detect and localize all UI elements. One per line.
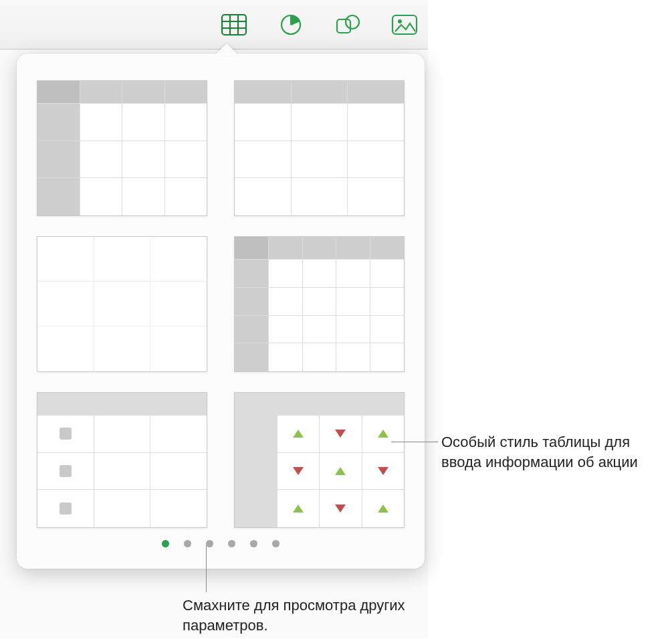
svg-rect-8 bbox=[337, 19, 350, 33]
table-style-checkbox-rows[interactable] bbox=[37, 392, 207, 528]
table-style-header-row-and-col[interactable] bbox=[37, 80, 207, 216]
toolbar-chart-button[interactable] bbox=[272, 6, 309, 43]
svg-rect-0 bbox=[222, 15, 246, 35]
shape-icon bbox=[335, 13, 360, 36]
triangle-up-icon bbox=[293, 505, 304, 513]
pagination-dot[interactable] bbox=[250, 540, 257, 547]
checkbox-icon bbox=[60, 428, 72, 440]
table-style-stock-indicators[interactable] bbox=[234, 392, 405, 528]
toolbar-table-button[interactable] bbox=[215, 6, 252, 43]
callout-swipe-hint: Смахните для просмотра других параметров… bbox=[183, 596, 470, 635]
table-style-grid bbox=[37, 80, 405, 528]
pagination-dot[interactable] bbox=[206, 540, 213, 547]
triangle-down-icon bbox=[335, 430, 346, 438]
triangle-up-icon bbox=[378, 430, 388, 438]
table-style-header-row-only[interactable] bbox=[234, 80, 405, 216]
svg-point-9 bbox=[346, 15, 359, 29]
triangle-down-icon bbox=[378, 467, 388, 475]
toolbar-shape-button[interactable] bbox=[329, 6, 366, 43]
table-icon bbox=[221, 13, 247, 36]
callout-stock-style-text: Особый стиль таблицы для ввода информаци… bbox=[441, 434, 638, 470]
pagination-dot[interactable] bbox=[272, 540, 279, 547]
table-style-header-row-col-grid[interactable] bbox=[234, 236, 405, 372]
triangle-up-icon bbox=[335, 467, 346, 475]
triangle-down-icon bbox=[335, 505, 346, 513]
triangle-up-icon bbox=[293, 430, 304, 438]
table-style-plain[interactable] bbox=[37, 236, 207, 372]
pagination-dot[interactable] bbox=[228, 540, 235, 547]
checkbox-icon bbox=[60, 503, 72, 515]
pagination-dot[interactable] bbox=[162, 540, 169, 547]
triangle-down-icon bbox=[293, 467, 304, 475]
pagination-dot[interactable] bbox=[184, 540, 191, 547]
callout-swipe-hint-text: Смахните для просмотра других параметров… bbox=[183, 597, 405, 634]
callout-stock-style: Особый стиль таблицы для ввода информаци… bbox=[441, 432, 662, 472]
media-icon bbox=[391, 14, 418, 35]
table-styles-popover bbox=[17, 54, 425, 569]
triangle-up-icon bbox=[378, 505, 388, 513]
pagination-dots[interactable] bbox=[37, 528, 405, 549]
toolbar-media-button[interactable] bbox=[386, 6, 423, 43]
toolbar bbox=[0, 0, 428, 50]
checkbox-icon bbox=[60, 465, 72, 477]
pie-chart-icon bbox=[279, 13, 303, 37]
svg-point-11 bbox=[398, 19, 402, 23]
